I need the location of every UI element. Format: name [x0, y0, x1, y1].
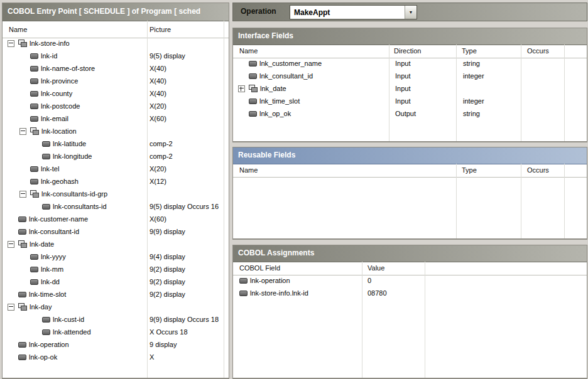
- tree-row[interactable]: lnk-postcodeX(20): [3, 100, 229, 112]
- interface-field-row[interactable]: lnk_time_slotInputinteger: [233, 95, 587, 107]
- interface-field-direction: Input: [395, 70, 410, 82]
- interface-field-row[interactable]: lnk_op_okOutputstring: [233, 107, 587, 120]
- field-icon: [18, 342, 26, 348]
- tree-item-name: lnk-email: [41, 115, 68, 122]
- field-icon: [18, 292, 26, 297]
- tree-item-name: lnk-attended: [53, 328, 91, 336]
- tree-item-picture: X(20): [150, 163, 166, 175]
- dropdown-arrow-button[interactable]: ▼: [405, 6, 416, 19]
- interface-field-row[interactable]: lnk_dateInput: [233, 82, 587, 95]
- group-icon: [18, 240, 27, 248]
- interface-fields-section: Interface Fields Name Direction Type Occ…: [232, 28, 587, 142]
- tree-item-picture: 9(5) display Occurs 16: [150, 200, 219, 213]
- interface-field-name: lnk_time_slot: [259, 97, 300, 105]
- tree-item-picture: X(12): [150, 175, 166, 188]
- tree-row[interactable]: lnk-day: [3, 301, 229, 313]
- tree-row[interactable]: lnk-consultant-id9(9) display: [3, 225, 229, 238]
- tree-item-picture: X(40): [150, 62, 166, 75]
- tree-item-picture: X(20): [150, 100, 166, 112]
- collapse-icon[interactable]: [19, 128, 26, 135]
- left-panel-title: COBOL Entry Point [ SCHEDULE ] of Progra…: [3, 3, 229, 19]
- tree-row[interactable]: lnk-longitudecomp-2: [3, 150, 229, 163]
- tree-item-picture: X(60): [150, 112, 166, 125]
- tree-item-picture: X(40): [150, 87, 166, 100]
- tree-row[interactable]: lnk-cust-id9(9) display Occurs 18: [3, 313, 229, 326]
- tree-item-name: lnk-longitude: [53, 152, 92, 160]
- tree-row[interactable]: lnk-customer-nameX(60): [3, 213, 229, 225]
- interface-field-direction: Output: [395, 107, 416, 120]
- tree-row[interactable]: lnk-attendedX Occurs 18: [3, 326, 229, 338]
- tree-item-name: lnk-time-slot: [29, 291, 66, 298]
- column-header-type: Type: [462, 166, 477, 174]
- tree-item-name: lnk-location: [41, 127, 77, 135]
- column-header-type: Type: [462, 47, 477, 55]
- tree-row[interactable]: lnk-name-of-storeX(40): [3, 62, 229, 75]
- interface-field-row[interactable]: lnk_customer_nameInputstring: [233, 57, 587, 70]
- collapse-icon[interactable]: [19, 191, 26, 198]
- field-icon: [30, 66, 38, 72]
- tree-item-name: lnk-yyyy: [41, 253, 66, 260]
- tree-row[interactable]: lnk-latitudecomp-2: [3, 137, 229, 150]
- tree-item-name: lnk-geohash: [41, 178, 79, 185]
- tree-row[interactable]: lnk-dd9(2) display: [3, 275, 229, 288]
- tree-row[interactable]: lnk-location: [3, 125, 229, 137]
- tree-row[interactable]: lnk-store-info: [3, 37, 229, 50]
- tree-row[interactable]: lnk-operation9 display: [3, 338, 229, 351]
- column-header-occurs: Occurs: [527, 166, 549, 174]
- interface-fields-header: Interface Fields: [233, 28, 587, 45]
- tree-row[interactable]: lnk-mm9(2) display: [3, 263, 229, 275]
- column-header-occurs: Occurs: [527, 47, 549, 55]
- tree-item-picture: 9(2) display: [150, 275, 185, 288]
- assignment-field-name: lnk-operation: [250, 277, 290, 284]
- collapse-icon[interactable]: [8, 241, 14, 248]
- assignment-row[interactable]: lnk-store-info.lnk-id08780: [233, 287, 587, 299]
- tree-row[interactable]: lnk-telX(20): [3, 163, 229, 175]
- field-icon: [30, 78, 38, 84]
- cobol-assignments-body: lnk-operation0lnk-store-info.lnk-id08780: [233, 274, 587, 378]
- service-mapping-panel: Operation MakeAppt ▼ Interface Fields Na…: [232, 3, 586, 377]
- expand-icon[interactable]: [238, 85, 245, 92]
- column-header-cobol-field: COBOL Field: [239, 264, 280, 272]
- group-icon: [18, 40, 27, 47]
- tree-row[interactable]: lnk-geohashX(12): [3, 175, 229, 188]
- interface-fields-column-header: Name Direction Type Occurs: [233, 45, 587, 58]
- group-icon: [30, 190, 39, 198]
- tree-row[interactable]: lnk-yyyy9(4) display: [3, 250, 229, 263]
- tree-row[interactable]: lnk-provinceX(40): [3, 75, 229, 87]
- column-header-value: Value: [368, 264, 384, 272]
- field-icon: [30, 91, 38, 97]
- tree-row[interactable]: lnk-time-slot9(2) display: [3, 288, 229, 301]
- tree-row[interactable]: lnk-emailX(60): [3, 112, 229, 125]
- tree-row[interactable]: lnk-consultants-id9(5) display Occurs 16: [3, 200, 229, 213]
- operation-dropdown[interactable]: MakeAppt ▼: [290, 5, 417, 19]
- row-expander-slot: [238, 85, 249, 92]
- tree-item-name: lnk-customer-name: [29, 215, 88, 223]
- column-header-picture: Picture: [150, 26, 171, 33]
- tree-expander-slot: [8, 40, 18, 47]
- interface-field-type: integer: [463, 95, 484, 107]
- tree-row[interactable]: lnk-consultants-id-grp: [3, 188, 229, 200]
- tree-item-picture: 9(4) display: [150, 250, 185, 263]
- collapse-icon[interactable]: [8, 304, 14, 311]
- interface-field-name: lnk_customer_name: [259, 60, 322, 67]
- tree-expander-slot: [19, 191, 30, 198]
- cobol-assignments-column-header: COBOL Field Value: [233, 262, 587, 275]
- field-icon: [249, 99, 257, 104]
- tree-item-name: lnk-date: [30, 240, 54, 248]
- group-icon: [249, 85, 258, 92]
- assignment-field-name: lnk-store-info.lnk-id: [250, 289, 308, 297]
- collapse-icon[interactable]: [8, 40, 14, 47]
- interface-field-name: lnk_consultant_id: [259, 72, 313, 80]
- tree-row[interactable]: lnk-id9(5) display: [3, 50, 229, 62]
- assignment-row[interactable]: lnk-operation0: [233, 274, 587, 287]
- tree-item-picture: comp-2: [150, 137, 173, 150]
- tree-row[interactable]: lnk-op-okX: [3, 351, 229, 363]
- assignment-value: 08780: [368, 287, 387, 299]
- tree-item-picture: X: [150, 351, 154, 363]
- group-icon: [18, 303, 27, 311]
- tree-row[interactable]: lnk-date: [3, 238, 229, 250]
- tree-row[interactable]: lnk-countyX(40): [3, 87, 229, 100]
- column-header-name: Name: [239, 47, 258, 55]
- interface-field-row[interactable]: lnk_consultant_idInputinteger: [233, 70, 587, 82]
- tree-item-picture: 9(5) display: [150, 50, 185, 62]
